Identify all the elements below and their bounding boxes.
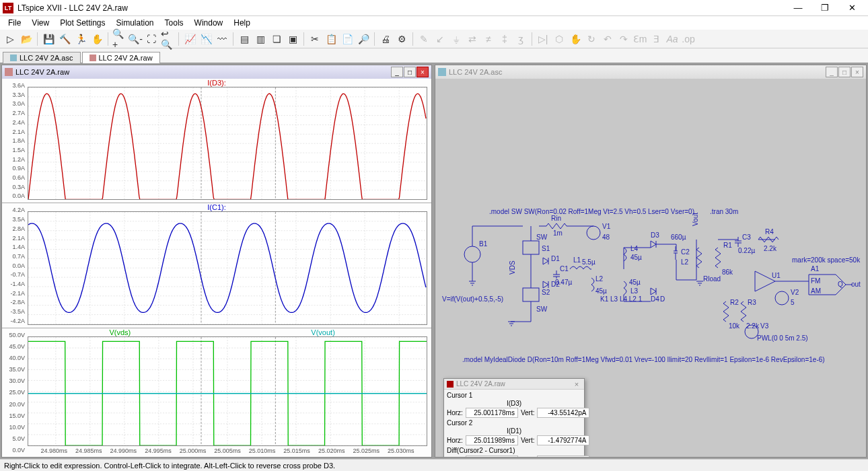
save-icon[interactable]: 💾 [41,32,56,46]
res-icon[interactable]: ≠ [481,32,496,46]
waveform-file-icon [89,55,96,61]
hammer-icon[interactable]: 🔨 [57,32,72,46]
trace-label-vds[interactable]: V(vds) [110,328,131,336]
autorange-icon[interactable]: 📈 [182,32,197,46]
zoom-fit-icon[interactable]: ⛶ [144,32,159,46]
tile-vert-icon[interactable]: ▥ [253,32,268,46]
setup-icon[interactable]: ⚙ [394,32,409,46]
spice-dir-icon[interactable]: .op [681,32,696,46]
svg-text:Vout: Vout [692,213,699,226]
wire-icon[interactable]: ↙ [433,32,447,46]
run-icon[interactable]: ▷ [3,32,17,46]
mdi-maximize-button[interactable]: □ [404,67,416,77]
y-axis-2[interactable]: -4.2A-3.5A-2.8A-2.1A-1.4A-0.7A0.0A0.7A1.… [2,210,26,320]
plot-canvas-3[interactable] [28,336,427,446]
cursor2-horz-value[interactable]: 25.011989ms [466,435,518,445]
copy-icon[interactable]: 📋 [324,32,338,46]
menu-help[interactable]: Help [228,17,256,29]
mdi-minimize-button[interactable]: _ [391,67,403,77]
cap-icon[interactable]: ‡ [497,32,512,46]
addtrace-icon[interactable]: 📉 [198,32,213,46]
svg-text:Rload: Rload [703,275,721,283]
print-icon[interactable]: 🖨 [378,32,393,46]
move-icon[interactable]: ✋ [568,32,583,46]
zoom-out-icon[interactable]: 🔍- [128,32,143,46]
x-axis[interactable]: 24.980ms24.985ms24.990ms24.995ms25.000ms… [26,447,429,457]
zoom-in-icon[interactable]: 🔍+ [112,32,126,46]
pencil-icon[interactable]: ✎ [417,32,431,46]
waveform-window-titlebar[interactable]: LLC 24V 2A.raw _ □ × [2,65,431,79]
ground-icon[interactable]: ⏚ [449,32,464,46]
schematic-file-icon [10,55,17,61]
maximize-button[interactable]: ❐ [811,1,838,15]
label-icon[interactable]: ⇄ [465,32,480,46]
zoom-back-icon[interactable]: ↩🔍 [160,32,175,46]
cursor-readout-window[interactable]: LLC 24V 2A.raw × Cursor 1 I(D3) Horz: 25… [443,378,585,457]
plot-pane-2[interactable]: I(C1): -4.2A-3.5A-2.8A-2.1A-1.4A-0.7A0.0… [2,203,431,328]
menu-simulation[interactable]: Simulation [111,17,159,29]
cursor-window-close-button[interactable]: × [572,379,581,389]
mdi-maximize-button[interactable]: □ [838,67,851,77]
menu-tools[interactable]: Tools [159,17,189,29]
mdi-close-button[interactable]: × [851,67,863,77]
toolbar: ▷ 📂 💾 🔨 🏃 ✋ 🔍+ 🔍- ⛶ ↩🔍 📈 📉 〰 ▤ ▥ ❏ ▣ ✂ 📋… [0,30,868,48]
mdi-minimize-button[interactable]: _ [826,67,838,77]
svg-rect-86 [523,241,539,254]
undo-icon[interactable]: ↶ [600,32,615,46]
rotate-icon[interactable]: Ɛm [632,32,647,46]
cursor1-horz-value[interactable]: 25.001178ms [466,408,518,418]
plot-pane-3[interactable]: V(vds) V(vout) 0.0V5.0V10.0V15.0V20.0V25… [2,328,431,457]
diff-label: Diff(Cursor2 - Cursor1) [447,446,581,455]
diode-icon[interactable]: ▷| [536,32,550,46]
open-icon[interactable]: 📂 [19,32,34,46]
svg-text:48: 48 [602,233,610,241]
plot-pane-1[interactable]: I(D3): 0.0A0.3A0.6A0.9A1.2A1.5A1.8A2.1A2… [2,79,431,203]
schematic-window-titlebar[interactable]: LLC 24V 2A.asc _ □ × [435,65,866,79]
cut-icon[interactable]: ✂ [308,32,322,46]
ind-icon[interactable]: ʒ [513,32,528,46]
mirror-icon[interactable]: Ǝ [649,32,663,46]
menu-plot-settings[interactable]: Plot Settings [55,17,110,29]
cursor-window-titlebar[interactable]: LLC 24V 2A.raw × [444,379,584,390]
cursor2-vert-value[interactable]: -1.4792774A [537,435,589,445]
tab-raw[interactable]: LLC 24V 2A.raw [82,52,160,63]
y-axis-3[interactable]: 0.0V5.0V10.0V15.0V20.0V25.0V30.0V35.0V40… [2,335,26,450]
plot-area[interactable]: I(D3): 0.0A0.3A0.6A0.9A1.2A1.5A1.8A2.1A2… [2,79,431,457]
paste-icon[interactable]: 📄 [340,32,355,46]
cursor1-vert-value[interactable]: -43.55142pA [537,408,589,418]
run2-icon[interactable]: 🏃 [73,32,88,46]
svg-text:1m: 1m [553,229,563,237]
text-icon[interactable]: Aa [665,32,680,46]
fft-icon[interactable]: 〰 [215,32,229,46]
svg-text:10k: 10k [729,322,740,330]
schematic-canvas[interactable]: .model SW SW(Ron=0.02 Roff=1Meg Vt=2.5 V… [435,79,866,457]
tile-horiz-icon[interactable]: ▤ [237,32,252,46]
vert-label: Vert: [521,409,535,416]
close-all-icon[interactable]: ▣ [285,32,300,46]
hand-icon[interactable]: ✋ [89,32,104,46]
drag-icon[interactable]: ↻ [584,32,599,46]
trace-label-ic1[interactable]: I(C1): [207,203,226,211]
svg-text:5.5µ: 5.5µ [582,258,595,266]
menu-view[interactable]: View [26,17,55,29]
minimize-button[interactable]: — [785,1,811,15]
y-axis-1[interactable]: 0.0A0.3A0.6A0.9A1.2A1.5A1.8A2.1A2.4A2.7A… [2,85,26,196]
find-icon[interactable]: 🔎 [356,32,371,46]
mdi-close-button[interactable]: × [417,67,429,77]
redo-icon[interactable]: ↷ [616,32,631,46]
svg-text:AM: AM [811,287,821,295]
tab-asc[interactable]: LLC 24V 2A.asc [3,52,81,63]
trace-label-id3[interactable]: I(D3): [207,79,226,87]
statusbar: Right-Click to edit expression. Control-… [0,459,868,471]
trace-label-vout[interactable]: V(vout) [311,328,334,336]
svg-rect-91 [523,288,539,301]
cursor2-trace: I(D1) [447,427,581,435]
comp-icon[interactable]: ⬡ [552,32,567,46]
close-button[interactable]: ✕ [838,1,865,15]
menu-window[interactable]: Window [189,17,229,29]
cascade-icon[interactable]: ❏ [269,32,284,46]
menu-file[interactable]: File [3,17,26,29]
plot-canvas-1[interactable] [28,87,427,200]
plot-canvas-2[interactable] [28,211,427,324]
horz-label: Horz: [447,409,463,416]
